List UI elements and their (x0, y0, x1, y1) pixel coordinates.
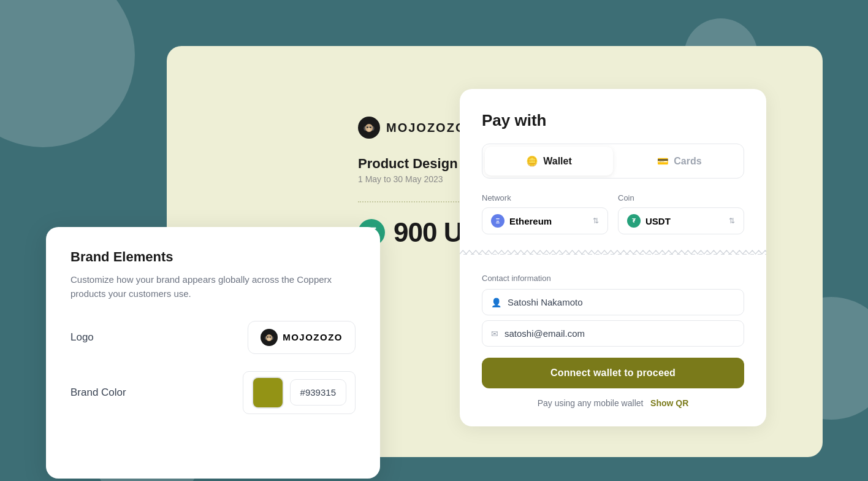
invoice-brand-name: MOJOZOZO (386, 121, 466, 135)
selects-row: Network Ξ Ethereum ⇅ Coin ₮ USDT ⇅ (482, 193, 744, 234)
svg-point-7 (367, 126, 368, 127)
svg-point-9 (367, 129, 368, 130)
tab-cards-label: Cards (674, 156, 701, 167)
connect-wallet-button[interactable]: Connect wallet to proceed (482, 358, 744, 388)
coin-group: Coin ₮ USDT ⇅ (618, 193, 744, 234)
invoice-logo-icon (358, 117, 380, 139)
svg-point-4 (367, 128, 371, 131)
svg-point-18 (268, 336, 268, 337)
coin-value: USDT (645, 216, 671, 226)
svg-point-15 (267, 337, 271, 341)
coin-select-inner: ₮ USDT (627, 214, 671, 228)
brand-elements-title: Brand Elements (70, 249, 356, 265)
qr-row: Pay using any mobile wallet Show QR (482, 398, 744, 408)
network-chevron: ⇅ (593, 217, 599, 225)
brand-panel: Brand Elements Customize how your brand … (46, 227, 380, 479)
logo-preview-brand-name: MOJOZOZO (283, 332, 343, 342)
logo-row-label: Logo (70, 331, 94, 344)
tab-wallet-label: Wallet (543, 156, 572, 167)
coin-label: Coin (618, 193, 744, 202)
show-qr-link[interactable]: Show QR (650, 398, 688, 408)
color-hex-value: #939315 (290, 379, 346, 406)
network-label: Network (482, 193, 608, 202)
ethereum-icon: Ξ (491, 214, 504, 228)
pay-widget: Pay with 🪙 Wallet 💳 Cards Network Ξ Ethe… (460, 89, 766, 426)
network-select[interactable]: Ξ Ethereum ⇅ (482, 207, 608, 234)
logo-preview-icon (261, 329, 278, 346)
tab-wallet[interactable]: 🪙 Wallet (485, 147, 613, 175)
network-group: Network Ξ Ethereum ⇅ (482, 193, 608, 234)
deco-blob-1 (0, 0, 135, 147)
contact-email-value: satoshi@email.com (504, 328, 585, 339)
logo-preview: MOJOZOZO (248, 321, 356, 354)
network-value: Ethereum (509, 216, 552, 226)
email-icon: ✉ (491, 329, 498, 339)
wallet-tab-icon: 🪙 (526, 155, 538, 167)
contact-label: Contact information (482, 274, 744, 283)
user-icon: 👤 (491, 298, 501, 307)
qr-text: Pay using any mobile wallet (538, 398, 644, 408)
brand-color-row: Brand Color #939315 (70, 371, 356, 414)
brand-color-label: Brand Color (70, 387, 126, 399)
coin-select[interactable]: ₮ USDT ⇅ (618, 207, 744, 234)
contact-name-value: Satoshi Nakamoto (508, 297, 583, 307)
zigzag-svg (460, 248, 766, 260)
svg-point-19 (270, 336, 271, 337)
svg-point-8 (370, 126, 371, 127)
brand-logo-row: Logo MOJOZOZO (70, 321, 356, 354)
payment-tabs: 🪙 Wallet 💳 Cards (482, 144, 744, 179)
tab-cards[interactable]: 💳 Cards (615, 144, 744, 178)
svg-point-10 (370, 129, 371, 130)
brand-elements-desc: Customize how your brand appears globall… (70, 272, 356, 301)
contact-name-input: 👤 Satoshi Nakamoto (482, 289, 744, 315)
monkey-icon (362, 121, 376, 134)
color-swatch[interactable] (252, 377, 284, 409)
pay-widget-title: Pay with (482, 111, 744, 130)
contact-email-input: ✉ satoshi@email.com (482, 320, 744, 347)
zigzag-divider (460, 248, 766, 260)
network-select-inner: Ξ Ethereum (491, 214, 552, 228)
logo-monkey-icon (264, 332, 275, 343)
usdt-sm-icon: ₮ (627, 214, 641, 228)
contact-section: Contact information 👤 Satoshi Nakamoto ✉… (482, 274, 744, 347)
color-preview-container: #939315 (243, 371, 356, 414)
coin-chevron: ⇅ (729, 217, 735, 225)
cards-tab-icon: 💳 (657, 156, 669, 167)
